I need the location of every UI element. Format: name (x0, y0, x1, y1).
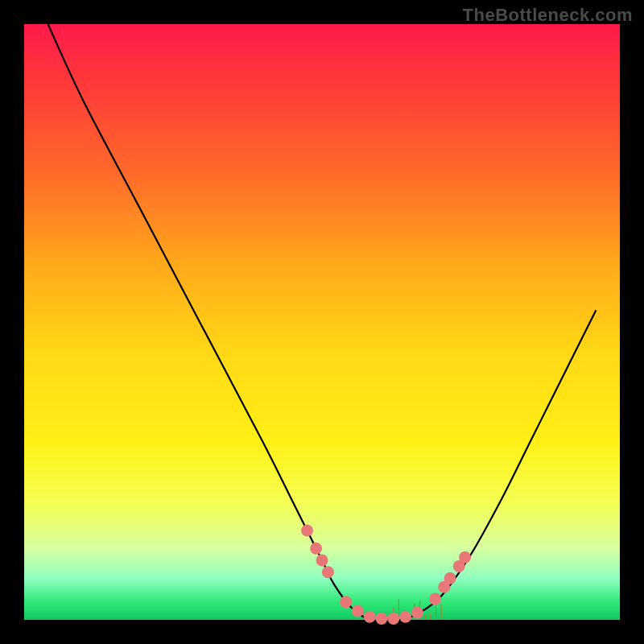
marker-point (364, 611, 376, 623)
watermark-text: TheBottleneck.com (463, 5, 633, 26)
marker-point (387, 613, 399, 625)
marker-point (399, 611, 411, 623)
marker-point (429, 593, 441, 605)
plot-area (24, 24, 620, 620)
marker-group (301, 525, 471, 625)
marker-point (322, 566, 334, 578)
chart-svg (24, 24, 620, 620)
marker-point (459, 551, 471, 564)
main-curve-line (48, 24, 597, 621)
marker-point (310, 543, 322, 555)
marker-point (444, 572, 456, 584)
marker-point (411, 607, 423, 619)
chart-container: TheBottleneck.com (0, 0, 644, 644)
marker-point (316, 555, 328, 567)
marker-point (340, 596, 352, 608)
marker-point (352, 605, 364, 617)
marker-point (301, 525, 313, 537)
marker-point (376, 613, 388, 625)
